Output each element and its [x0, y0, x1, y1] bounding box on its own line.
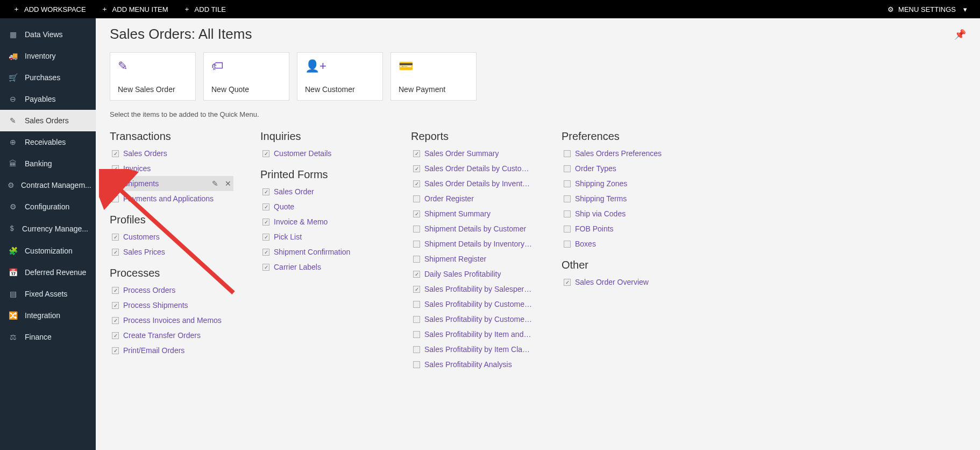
checkbox[interactable] — [112, 165, 119, 172]
menu-link-item[interactable]: Process Invoices and Memos — [110, 313, 233, 328]
menu-link-item[interactable]: Sales Order Details by Inventory ... — [411, 176, 535, 191]
sidebar-item-sales-orders[interactable]: ✎Sales Orders — [0, 110, 96, 131]
checkbox[interactable] — [112, 150, 119, 157]
checkbox[interactable] — [564, 241, 571, 248]
checkbox[interactable] — [112, 347, 119, 354]
checkbox[interactable] — [413, 316, 420, 323]
checkbox[interactable] — [564, 180, 571, 187]
add-workspace-button[interactable]: ＋ ADD WORKSPACE — [5, 4, 94, 14]
checkbox[interactable] — [413, 286, 420, 293]
menu-link-item[interactable]: Create Transfer Orders — [110, 328, 233, 343]
checkbox[interactable] — [112, 249, 119, 256]
checkbox[interactable] — [413, 301, 420, 308]
checkbox[interactable] — [413, 165, 420, 172]
menu-link-item[interactable]: Shipping Zones — [562, 176, 685, 191]
checkbox[interactable] — [564, 279, 571, 286]
menu-link-item[interactable]: Shipment Register — [411, 251, 535, 266]
checkbox[interactable] — [413, 241, 420, 248]
sidebar-item-receivables[interactable]: ⊕Receivables — [0, 131, 96, 153]
checkbox[interactable] — [262, 150, 269, 157]
close-icon[interactable]: ✕ — [225, 179, 231, 188]
menu-link-item[interactable]: Process Shipments — [110, 298, 233, 313]
sidebar-item-currency-manage-[interactable]: ＄Currency Manage... — [0, 217, 96, 240]
sidebar-item-integration[interactable]: 🔀Integration — [0, 305, 96, 326]
menu-link-item[interactable]: Sales Profitability by Customer Cl... — [411, 297, 535, 312]
checkbox[interactable] — [564, 195, 571, 202]
checkbox[interactable] — [413, 331, 420, 338]
sidebar-item-finance[interactable]: ⚖Finance — [0, 326, 96, 348]
menu-link-item[interactable]: Sales Profitability Analysis — [411, 357, 535, 372]
add-tile-button[interactable]: ＋ ADD TILE — [176, 4, 233, 14]
checkbox[interactable] — [564, 210, 571, 217]
menu-link-item[interactable]: Sales Order Details by Customer — [411, 161, 535, 176]
tile-new-payment[interactable]: 💳New Payment — [390, 52, 477, 101]
tile-new-sales-order[interactable]: ✎New Sales Order — [110, 52, 196, 101]
checkbox[interactable] — [112, 287, 119, 294]
checkbox[interactable] — [564, 150, 571, 157]
menu-link-item[interactable]: Customer Details — [260, 146, 384, 161]
checkbox[interactable] — [262, 234, 269, 241]
checkbox[interactable] — [112, 195, 119, 202]
checkbox[interactable] — [262, 264, 269, 271]
sidebar-item-configuration[interactable]: ⚙Configuration — [0, 196, 96, 217]
checkbox[interactable] — [262, 219, 269, 226]
tile-new-customer[interactable]: 👤+New Customer — [297, 52, 383, 101]
sidebar-item-inventory[interactable]: 🚚Inventory — [0, 45, 96, 67]
add-menu-item-button[interactable]: ＋ ADD MENU ITEM — [94, 4, 176, 14]
menu-link-item[interactable]: Sales Orders Preferences — [562, 146, 685, 161]
menu-link-item[interactable]: Sales Profitability by Customer a... — [411, 312, 535, 327]
menu-link-item[interactable]: Order Types — [562, 161, 685, 176]
menu-link-item[interactable]: Shipment Details by Customer — [411, 221, 535, 236]
checkbox[interactable] — [413, 256, 420, 263]
menu-link-item[interactable]: Sales Prices — [110, 244, 233, 259]
checkbox[interactable] — [564, 226, 571, 233]
checkbox[interactable] — [413, 180, 420, 187]
sidebar-item-purchases[interactable]: 🛒Purchases — [0, 67, 96, 88]
tile-new-quote[interactable]: 🏷New Quote — [203, 52, 289, 101]
menu-link-item[interactable]: Shipments✎✕ — [110, 176, 233, 191]
checkbox[interactable] — [413, 361, 420, 368]
pin-button[interactable]: 📌 — [954, 29, 966, 40]
checkbox[interactable] — [413, 346, 420, 353]
menu-link-item[interactable]: Carrier Labels — [260, 259, 384, 275]
menu-link-item[interactable]: Order Register — [411, 191, 535, 206]
sidebar-item-payables[interactable]: ⊖Payables — [0, 88, 96, 110]
checkbox[interactable] — [262, 249, 269, 256]
menu-link-item[interactable]: Shipment Details by Inventory Item — [411, 236, 535, 251]
checkbox[interactable] — [413, 150, 420, 157]
sidebar-item-customization[interactable]: 🧩Customization — [0, 240, 96, 262]
checkbox[interactable] — [262, 188, 269, 195]
menu-link-item[interactable]: Sales Profitability by Item Class a... — [411, 342, 535, 357]
checkbox[interactable] — [112, 332, 119, 339]
menu-link-item[interactable]: Print/Email Orders — [110, 343, 233, 358]
menu-link-item[interactable]: Payments and Applications — [110, 191, 233, 206]
checkbox[interactable] — [413, 210, 420, 217]
menu-link-item[interactable]: FOB Points — [562, 221, 685, 236]
menu-link-item[interactable]: Quote — [260, 199, 384, 214]
menu-link-item[interactable]: Invoices — [110, 161, 233, 176]
menu-link-item[interactable]: Invoice & Memo — [260, 214, 384, 229]
menu-link-item[interactable]: Shipment Summary — [411, 206, 535, 221]
menu-link-item[interactable]: Boxes — [562, 236, 685, 251]
sidebar-item-contract-managem-[interactable]: ⚙Contract Managem... — [0, 174, 96, 196]
menu-link-item[interactable]: Ship via Codes — [562, 206, 685, 221]
checkbox[interactable] — [413, 226, 420, 233]
sidebar-item-banking[interactable]: 🏛Banking — [0, 153, 96, 174]
checkbox[interactable] — [112, 234, 119, 241]
menu-link-item[interactable]: Sales Profitability by Item and Or... — [411, 327, 535, 342]
checkbox[interactable] — [413, 195, 420, 202]
checkbox[interactable] — [413, 271, 420, 278]
menu-link-item[interactable]: Sales Profitability by Salesperson... — [411, 282, 535, 297]
sidebar-item-deferred-revenue[interactable]: 📅Deferred Revenue — [0, 262, 96, 283]
checkbox[interactable] — [112, 302, 119, 309]
menu-link-item[interactable]: Shipment Confirmation — [260, 244, 384, 259]
menu-link-item[interactable]: Sales Order Overview — [562, 275, 685, 290]
menu-link-item[interactable]: Pick List — [260, 229, 384, 244]
sidebar-item-fixed-assets[interactable]: ▤Fixed Assets — [0, 283, 96, 305]
sidebar-item-data-views[interactable]: ▦Data Views — [0, 24, 96, 45]
menu-link-item[interactable]: Shipping Terms — [562, 191, 685, 206]
menu-link-item[interactable]: Customers — [110, 229, 233, 244]
checkbox[interactable] — [564, 165, 571, 172]
checkbox[interactable] — [262, 203, 269, 210]
menu-link-item[interactable]: Sales Order Summary — [411, 146, 535, 161]
